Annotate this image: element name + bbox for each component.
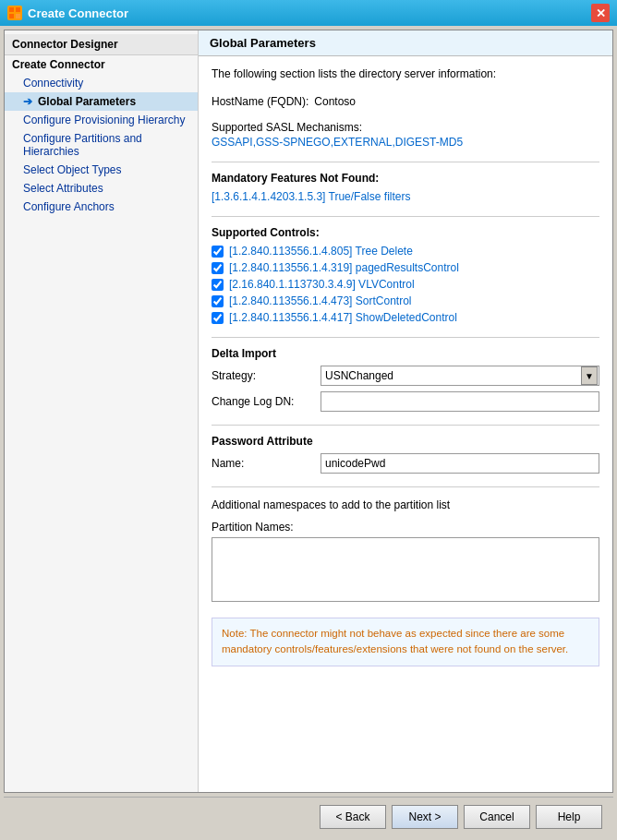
control-label-4: [1.2.840.113556.1.4.417] ShowDeletedCont… [229, 311, 457, 324]
svg-rect-0 [9, 7, 14, 12]
divider-4 [212, 425, 599, 426]
strategy-row: Strategy: USNChanged ChangeLog None ▼ [212, 366, 599, 386]
sidebar-item-create-connector[interactable]: Create Connector [5, 55, 198, 74]
title-bar-left: Create Connector [7, 6, 128, 20]
divider-1 [212, 162, 599, 162]
main-container: Connector Designer Create Connector Conn… [0, 26, 617, 840]
hostname-section: HostName (FQDN): Contoso [212, 95, 599, 108]
help-button[interactable]: Help [536, 805, 602, 829]
sidebar-label-connectivity: Connectivity [23, 77, 83, 90]
sidebar-item-configure-partitions[interactable]: Configure Partitions and Hierarchies [5, 129, 198, 161]
control-row-1: [1.2.840.113556.1.4.319] pagedResultsCon… [212, 261, 599, 274]
content-area: Connector Designer Create Connector Conn… [4, 30, 613, 793]
note-box: Note: The connector might not behave as … [212, 618, 599, 666]
sidebar-label-global-parameters: Global Parameters [38, 95, 136, 108]
sidebar-label-configure-partitions: Configure Partitions and Hierarchies [23, 132, 190, 158]
note-text: Note: The connector might not behave as … [222, 628, 568, 654]
svg-rect-2 [9, 14, 14, 18]
svg-rect-3 [16, 14, 20, 18]
password-name-row: Name: [212, 453, 599, 474]
password-name-label: Name: [212, 457, 313, 470]
changelog-dn-input[interactable] [321, 391, 599, 412]
password-attribute-title: Password Attribute [212, 435, 599, 448]
control-checkbox-2[interactable] [212, 279, 224, 291]
sasl-label: Supported SASL Mechanisms: [212, 121, 599, 134]
sasl-value: GSSAPI,GSS-SPNEGO,EXTERNAL,DIGEST-MD5 [212, 136, 599, 149]
sidebar-label-select-attributes: Select Attributes [23, 182, 103, 195]
panel-header: Global Parameters [199, 30, 612, 56]
app-icon [7, 6, 22, 20]
mandatory-features-title: Mandatory Features Not Found: [212, 172, 599, 185]
control-checkbox-4[interactable] [212, 312, 224, 324]
sidebar: Connector Designer Create Connector Conn… [5, 30, 199, 792]
hostname-label: HostName (FQDN): [212, 95, 308, 108]
mandatory-feature-link[interactable]: [1.3.6.1.4.1.4203.1.5.3] True/False filt… [212, 190, 410, 203]
delta-import-title: Delta Import [212, 347, 599, 360]
partition-names-input[interactable] [212, 537, 599, 602]
sidebar-item-configure-anchors[interactable]: Configure Anchors [5, 198, 198, 216]
control-checkbox-1[interactable] [212, 262, 224, 274]
divider-3 [212, 337, 599, 338]
additional-namespaces-section: Additional namespaces to add to the part… [212, 497, 599, 605]
delta-import-section: Delta Import Strategy: USNChanged Change… [212, 347, 599, 412]
sasl-section: Supported SASL Mechanisms: GSSAPI,GSS-SP… [212, 121, 599, 149]
panel-content: The following section lists the director… [199, 56, 612, 792]
supported-controls-title: Supported Controls: [212, 226, 599, 239]
sidebar-item-select-attributes[interactable]: Select Attributes [5, 179, 198, 198]
control-checkbox-3[interactable] [212, 295, 224, 307]
divider-2 [212, 216, 599, 217]
control-checkbox-0[interactable] [212, 246, 224, 258]
strategy-select[interactable]: USNChanged ChangeLog None [321, 366, 599, 386]
password-name-input[interactable] [321, 453, 599, 474]
control-row-0: [1.2.840.113556.1.4.805] Tree Delete [212, 245, 599, 258]
sidebar-item-connectivity[interactable]: Connectivity [5, 74, 198, 92]
back-button[interactable]: < Back [320, 805, 386, 829]
partition-names-area: Partition Names: [212, 521, 599, 605]
title-bar: Create Connector ✕ [0, 0, 617, 26]
mandatory-features-section: Mandatory Features Not Found: [1.3.6.1.4… [212, 172, 599, 203]
window-title: Create Connector [28, 6, 128, 20]
svg-rect-1 [16, 7, 20, 12]
sidebar-label-configure-anchors: Configure Anchors [23, 200, 115, 213]
active-arrow-icon: ➔ [23, 95, 32, 108]
hostname-value: Contoso [314, 95, 356, 108]
divider-5 [212, 486, 599, 487]
changelog-dn-row: Change Log DN: [212, 391, 599, 412]
changelog-dn-label: Change Log DN: [212, 395, 313, 408]
sidebar-item-select-object-types[interactable]: Select Object Types [5, 161, 198, 179]
sidebar-label-create-connector: Create Connector [12, 58, 105, 71]
close-button[interactable]: ✕ [591, 4, 610, 22]
sidebar-item-configure-provisioning[interactable]: Configure Provisioning Hierarchy [5, 111, 198, 129]
control-label-2: [2.16.840.1.113730.3.4.9] VLVControl [229, 278, 415, 291]
sidebar-label-configure-provisioning: Configure Provisioning Hierarchy [23, 114, 185, 126]
bottom-bar: < Back Next > Cancel Help [4, 797, 613, 836]
intro-section: The following section lists the director… [212, 66, 599, 82]
control-label-0: [1.2.840.113556.1.4.805] Tree Delete [229, 245, 413, 258]
control-row-2: [2.16.840.1.113730.3.4.9] VLVControl [212, 278, 599, 291]
password-attribute-section: Password Attribute Name: [212, 435, 599, 474]
sidebar-header: Connector Designer [5, 34, 198, 55]
control-row-4: [1.2.840.113556.1.4.417] ShowDeletedCont… [212, 311, 599, 324]
supported-controls-section: Supported Controls: [1.2.840.113556.1.4.… [212, 226, 599, 324]
right-panel: Global Parameters The following section … [199, 30, 612, 792]
partition-names-label: Partition Names: [212, 521, 599, 534]
intro-text: The following section lists the director… [212, 66, 599, 82]
control-row-3: [1.2.840.113556.1.4.473] SortControl [212, 294, 599, 307]
control-label-3: [1.2.840.113556.1.4.473] SortControl [229, 294, 411, 307]
strategy-label: Strategy: [212, 369, 313, 382]
mandatory-feature-item-0: [1.3.6.1.4.1.4203.1.5.3] True/False filt… [212, 190, 599, 203]
sidebar-item-global-parameters[interactable]: ➔ Global Parameters [5, 92, 198, 111]
hostname-row: HostName (FQDN): Contoso [212, 95, 599, 108]
sidebar-label-select-object-types: Select Object Types [23, 163, 122, 176]
next-button[interactable]: Next > [392, 805, 458, 829]
cancel-button[interactable]: Cancel [464, 805, 530, 829]
additional-namespaces-title: Additional namespaces to add to the part… [212, 497, 599, 513]
strategy-select-wrapper: USNChanged ChangeLog None ▼ [321, 366, 599, 386]
control-label-1: [1.2.840.113556.1.4.319] pagedResultsCon… [229, 261, 459, 274]
